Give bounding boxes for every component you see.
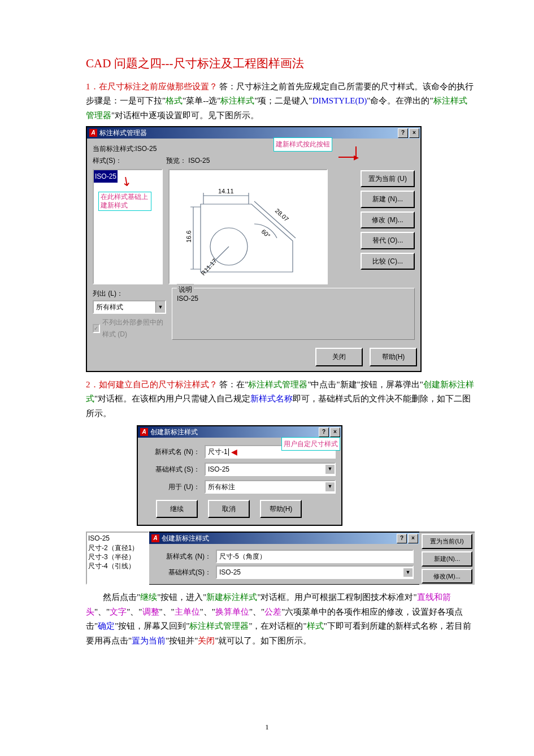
p3-g1: 继续 [140,593,157,602]
desc-value: ISO-25 [177,295,198,303]
list-label: 列出 (L)： [93,288,166,299]
usefor-label: 用于 (U)： [144,481,205,493]
p3-lead: 然后点击" [86,593,140,602]
page-title: CAD 问题之四---尺寸标注及工程图样画法 [86,54,475,74]
q2-g1: 标注样式管理器 [248,380,307,389]
new-button[interactable]: 新建 (N)... [361,191,415,208]
style-listbox[interactable]: ISO-25 ↘ 在此样式基础上建新样式 [93,169,163,284]
autocad-icon: A [151,534,159,542]
list-item[interactable]: 尺寸-3（半径） [88,552,147,561]
p3-m1: "按钮，进入" [157,593,206,602]
chevron-down-icon[interactable]: ▼ [155,301,165,313]
annot-new-style: 建新样式按此按钮 [273,137,332,151]
paragraph-3: 然后点击"继续"按钮，进入"新建标注样式"对话框。用户可根据工程制图技术标准对"… [86,590,475,648]
chevron-down-icon[interactable]: ▼ [325,482,335,491]
set-current-button[interactable]: 置为当前 (U) [361,170,415,187]
page-number: 1 [0,721,534,733]
close-icon[interactable]: × [408,534,418,543]
autocad-icon: A [140,428,148,436]
help-icon[interactable]: ? [398,128,408,138]
p3-g3: 标注样式管理器 [189,621,249,630]
p3-m8: "就可以了。如下图所示。 [215,636,311,645]
xref-checkbox: ✓ [93,324,100,333]
list-combo[interactable]: 所有样式 ▼ [93,300,166,314]
base-value: ISO-25 [206,464,325,475]
preview-pane: 14.11 16.6 28.07 60° R11.17 [168,169,328,284]
help-button[interactable]: 帮助(H) [260,500,302,518]
q2-a1: 答：在" [218,380,249,389]
p3-m7: "按钮并" [166,636,198,645]
close-icon[interactable]: × [409,128,419,138]
q1-g1: 格式 [166,96,183,105]
base-value-3: ISO-25 [217,567,403,578]
help-button[interactable]: 帮助(H) [370,348,417,366]
q1-num: 1． [86,82,99,91]
p3-p4: 主单位 [175,607,200,616]
dlg3-title: 创建新标注样式 [162,533,209,544]
dlg2-title: 创建新标注样式 [150,426,198,438]
base-combo-3[interactable]: ISO-25 ▼ [216,565,414,579]
question-2: 2．如何建立自己的尺寸标注样式？ 答：在"标注样式管理器"中点击"新建"按钮，屏… [86,378,475,421]
annot-base-style: 在此样式基础上建新样式 [98,192,151,211]
question-1: 1．在尺寸标注之前应做那些设置？ 答：尺寸标注之前首先应规定自己所需要的尺寸样式… [86,80,475,123]
new-button-3[interactable]: 新建(N)... [422,551,472,567]
modify-button-3[interactable]: 修改(M)... [422,569,472,584]
set-current-button-3[interactable]: 置为当前(U) [422,534,472,549]
annot-user-style: 用户自定尺寸样式 [281,437,340,451]
name-label-3: 新样式名 (N)： [155,551,216,562]
name-input-3[interactable]: 尺寸-5（角度） [216,550,414,563]
create-dimstyle-dialog-list-combo: ISO-25 尺寸-2（直径1） 尺寸-3（半径） 尺寸-4（引线） A 创建新… [86,532,475,585]
dim-top: 14.11 [218,186,234,197]
q1-m2: "项；二是键入" [254,96,312,105]
usefor-value: 所有标注 [206,481,325,493]
list-item[interactable]: ISO-25 [88,534,147,543]
q1-m3: "命令。在弹出的" [367,96,433,105]
help-icon[interactable]: ? [397,534,407,543]
current-style-label: 当前标注样式:ISO-25 [93,143,415,154]
dlg3-titlebar: A 创建新标注样式 ? × [149,533,419,544]
p3-p5: 换算单位 [215,607,249,616]
list-item[interactable]: 尺寸-4（引线） [88,561,147,571]
p3-p3: 调整 [142,607,159,616]
p3-r1: 关闭 [198,636,215,645]
dlg1-titlebar: A 标注样式管理器 ? × [87,127,420,139]
name-label: 新样式名 (N)： [144,446,205,457]
create-new-dimstyle-dialog: A 创建新标注样式 ? × 用户自定尺寸样式 新样式名 (N)： 尺寸-1 ◀ … [137,425,342,526]
q1-text: 在尺寸标注之前应做那些设置？ [99,82,218,91]
dim-left: 16.6 [184,231,194,243]
p3-g4: 样式 [307,621,324,630]
preview-drawing-icon [170,170,327,283]
dlg2-titlebar: A 创建新标注样式 ? × [138,426,341,438]
style-list[interactable]: ISO-25 尺寸-2（直径1） 尺寸-3（半径） 尺寸-4（引线） [86,532,149,585]
use-for-combo[interactable]: 所有标注 ▼ [205,480,336,494]
p3-p2: 文字 [110,607,127,616]
style-item-selected[interactable]: ISO-25 [94,170,118,183]
p3-m2: "对话框。用户可根据工程制图技术标准对" [257,593,416,602]
name-value: 尺寸-1 [208,446,228,457]
modify-button[interactable]: 修改 (M)... [361,211,415,228]
continue-button[interactable]: 继续 [156,500,198,518]
p3-b1: 确定 [98,621,115,630]
compare-button[interactable]: 比较 (C)... [361,253,415,270]
q1-b1: DIMSTYLE(D) [312,96,367,105]
help-icon[interactable]: ? [319,427,329,437]
list-item[interactable]: 尺寸-2（直径1） [88,543,147,552]
q2-m1: "中点击"新建"按钮，屏幕弹出" [307,380,423,389]
dim-style-manager-dialog: A 标注样式管理器 ? × 建新样式按此按钮 ▸ 当前标注样式:ISO-25 样… [86,126,422,371]
close-icon[interactable]: × [330,427,340,437]
close-button[interactable]: 关闭 [315,348,363,366]
p3-p6: 公差 [264,607,281,616]
description-group: 说明 ISO-25 [172,288,415,340]
p3-m4: "按钮，屏幕又回到" [115,621,189,630]
q2-m2: "对话框。在该框内用户只需键入自己规定 [94,394,250,403]
q1-tail: "对话框中逐项设置即可。见下图所示。 [111,111,259,120]
base-label: 基础样式 (S)： [144,464,205,475]
arrow-right-icon: ▸ [354,152,359,162]
chevron-down-icon[interactable]: ▼ [325,465,335,473]
q1-m1: "菜单--选" [183,96,220,105]
chevron-down-icon[interactable]: ▼ [403,568,413,577]
q2-b1: 新样式名称 [250,394,293,403]
base-style-combo[interactable]: ISO-25 ▼ [205,463,336,476]
cancel-button[interactable]: 取消 [208,500,250,518]
override-button[interactable]: 替代 (O)... [361,232,415,249]
